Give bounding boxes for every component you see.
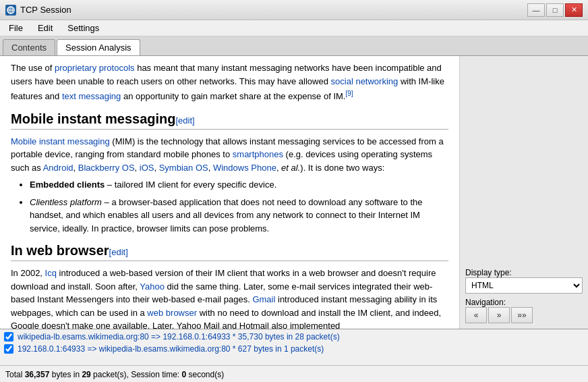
- tab-session-analysis[interactable]: Session Analysis: [57, 39, 140, 55]
- app-icon: [5, 5, 16, 16]
- ios-link[interactable]: iOS: [140, 163, 154, 173]
- web-browser-link[interactable]: web browser: [147, 308, 197, 318]
- menu-settings[interactable]: Settings: [61, 21, 105, 35]
- packet-checkbox-1[interactable]: [4, 332, 13, 342]
- proprietary-link[interactable]: proprietary protocols: [55, 63, 135, 73]
- packet-link-1[interactable]: wikipedia-lb.esams.wikimedia.org:80 => 1…: [18, 332, 340, 342]
- social-networking-link[interactable]: social networking: [331, 76, 399, 86]
- icq-link[interactable]: Icq: [45, 268, 57, 278]
- status-bar: Total 36,357 bytes in 29 packet(s), Sess…: [0, 365, 588, 382]
- title-bar: TCP Session — □ ✕: [0, 0, 588, 20]
- navigation-label: Navigation:: [465, 298, 583, 307]
- windows-phone-link[interactable]: Windows Phone: [213, 163, 276, 173]
- nav-first-button[interactable]: «: [465, 307, 487, 323]
- close-button[interactable]: ✕: [565, 3, 583, 17]
- menu-bar: File Edit Settings: [0, 20, 588, 36]
- section2-body: In 2002, Icq introduced a web-based vers…: [11, 267, 448, 329]
- menu-file[interactable]: File: [3, 21, 29, 35]
- tab-contents[interactable]: Contents: [3, 39, 55, 55]
- section1-title: Mobile instant messaging[edit]: [11, 111, 448, 130]
- tab-bar: Contents Session Analysis: [0, 36, 588, 56]
- nav-buttons: « » »»: [465, 307, 583, 323]
- right-panel: Display type: HTML ASCII EBCDIC Hex Dump…: [460, 56, 588, 329]
- symbian-link[interactable]: Symbian OS: [159, 163, 208, 173]
- menu-edit[interactable]: Edit: [32, 21, 59, 35]
- display-type-section: Display type: HTML ASCII EBCDIC Hex Dump…: [465, 268, 583, 294]
- section1-edit-link[interactable]: [edit]: [175, 115, 194, 126]
- bullet-item-1: Embedded clients – tailored IM client fo…: [30, 178, 448, 192]
- display-type-select[interactable]: HTML ASCII EBCDIC Hex Dump C Arrays Raw: [465, 277, 583, 294]
- intro-paragraph: The use of proprietary protocols has mea…: [11, 61, 448, 103]
- packet-rows: wikipedia-lb.esams.wikimedia.org:80 => 1…: [0, 329, 588, 365]
- android-link[interactable]: Android: [43, 163, 74, 173]
- packet-row-2: 192.168.0.1:64933 => wikipedia-lb.esams.…: [4, 343, 584, 355]
- yahoo-link[interactable]: Yahoo: [140, 281, 165, 292]
- packet-link-2[interactable]: 192.168.0.1:64933 => wikipedia-lb.esams.…: [18, 344, 324, 354]
- packet-checkbox-2[interactable]: [4, 344, 13, 354]
- window-title: TCP Session: [20, 5, 71, 15]
- smartphones-link[interactable]: smartphones: [233, 149, 283, 159]
- blackberry-link[interactable]: Blackberry OS: [78, 163, 135, 173]
- text-messaging-link[interactable]: text messaging: [62, 91, 121, 101]
- gmail-link[interactable]: Gmail: [252, 294, 275, 304]
- section1-body: Mobile instant messaging (MIM) is the te…: [11, 135, 448, 175]
- window-controls: — □ ✕: [527, 3, 583, 17]
- status-text: Total 36,357 bytes in 29 packet(s), Sess…: [5, 370, 224, 379]
- main-area: The use of proprietary protocols has mea…: [0, 56, 588, 329]
- packet-row-1: wikipedia-lb.esams.wikimedia.org:80 => 1…: [4, 331, 584, 343]
- navigation-section: Navigation: « » »»: [465, 298, 583, 323]
- title-bar-left: TCP Session: [5, 5, 71, 16]
- display-type-label: Display type:: [465, 268, 583, 277]
- bottom-area: wikipedia-lb.esams.wikimedia.org:80 => 1…: [0, 329, 588, 382]
- section2-title: In web browser[edit]: [11, 243, 448, 261]
- nav-last-button[interactable]: »»: [511, 307, 533, 323]
- section2-edit-link[interactable]: [edit]: [109, 247, 128, 257]
- bullet-item-2: Clientless platform – a browser-based ap…: [30, 196, 448, 236]
- maximize-button[interactable]: □: [546, 3, 564, 17]
- minimize-button[interactable]: —: [527, 3, 545, 17]
- ref9-link[interactable]: [9]: [345, 90, 353, 97]
- nav-next-button[interactable]: »: [488, 307, 510, 323]
- mobile-im-link[interactable]: Mobile instant messaging: [11, 136, 110, 146]
- content-panel[interactable]: The use of proprietary protocols has mea…: [0, 56, 460, 329]
- bullet-list: Embedded clients – tailored IM client fo…: [30, 178, 448, 235]
